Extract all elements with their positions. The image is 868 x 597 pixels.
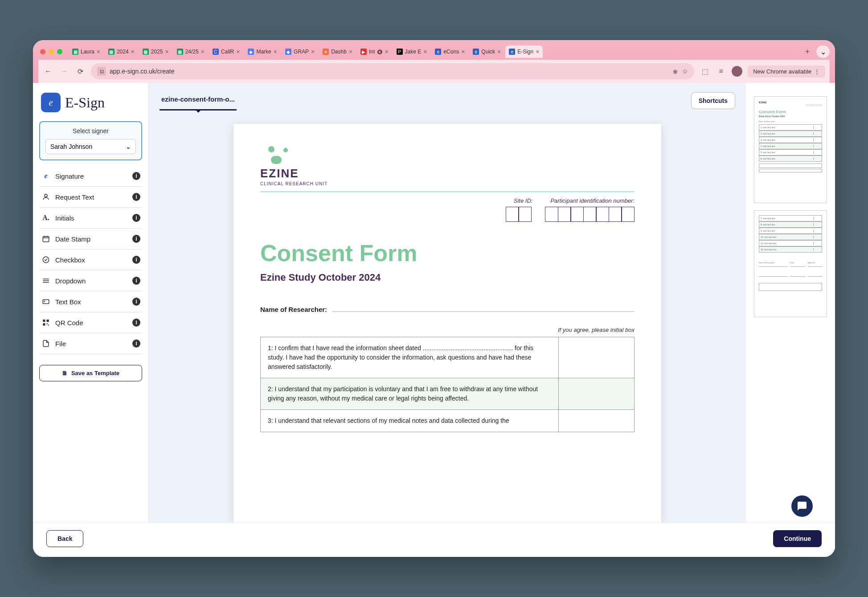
- url-bar[interactable]: ⊡ app.e-sign.co.uk/create ⊕ ☆: [91, 63, 694, 79]
- close-window-icon[interactable]: [40, 49, 45, 54]
- initial-box[interactable]: [559, 410, 635, 432]
- tabs-overflow-button[interactable]: ⌄: [816, 45, 830, 58]
- tool-checkbox[interactable]: Checkboxi: [39, 249, 142, 270]
- signer-panel: Select signer Sarah Johnson ⌄: [39, 121, 142, 160]
- info-icon[interactable]: i: [132, 235, 140, 243]
- browser-tab[interactable]: ▦2025×: [139, 45, 172, 58]
- close-tab-icon[interactable]: ×: [497, 48, 501, 55]
- researcher-row: Name of Researcher:: [260, 306, 635, 313]
- info-icon[interactable]: i: [132, 298, 140, 306]
- continue-button[interactable]: Continue: [773, 530, 822, 547]
- close-tab-icon[interactable]: ×: [165, 48, 168, 55]
- tool-qr-code[interactable]: QR Codei: [39, 312, 142, 333]
- back-button[interactable]: Back: [46, 530, 83, 547]
- tab-title: CallR: [221, 49, 234, 55]
- document-tabs: ezine-consent-form-o... Shortcuts: [149, 83, 746, 110]
- info-icon[interactable]: i: [132, 214, 140, 222]
- tab-title: Dashb: [331, 49, 347, 55]
- forward-button[interactable]: →: [59, 66, 70, 77]
- browser-tab[interactable]: ▦24/25×: [173, 45, 208, 58]
- svg-rect-5: [47, 319, 49, 322]
- close-tab-icon[interactable]: ×: [236, 48, 240, 55]
- close-tab-icon[interactable]: ×: [274, 48, 277, 55]
- minimize-window-icon[interactable]: [49, 49, 54, 54]
- tool-signature[interactable]: eSignaturei: [39, 166, 142, 187]
- info-icon[interactable]: i: [132, 277, 140, 285]
- extensions-icon[interactable]: ⬚: [700, 66, 710, 77]
- address-bar-row: ← → ⟳ ⊡ app.e-sign.co.uk/create ⊕ ☆ ⬚ ≡ …: [38, 60, 830, 83]
- text-box-icon: [41, 297, 51, 307]
- bookmark-icon[interactable]: ☆: [682, 68, 688, 75]
- close-tab-icon[interactable]: ×: [385, 48, 388, 55]
- favicon-icon: e: [473, 49, 479, 55]
- tool-label: Request Text: [55, 193, 128, 201]
- close-tab-icon[interactable]: ×: [97, 48, 100, 55]
- reload-button[interactable]: ⟳: [75, 66, 86, 77]
- tool-dropdown[interactable]: Dropdowni: [39, 270, 142, 291]
- favicon-icon: ▦: [177, 49, 183, 55]
- request-text-icon: [41, 192, 51, 202]
- initial-box[interactable]: [559, 337, 635, 378]
- browser-tab[interactable]: CCallR×: [209, 45, 244, 58]
- signer-select[interactable]: Sarah Johnson ⌄: [45, 139, 136, 154]
- tool-date-stamp[interactable]: Date Stampi: [39, 229, 142, 249]
- browser-tab[interactable]: eE-Sign×: [505, 45, 543, 58]
- close-tab-icon[interactable]: ×: [349, 48, 352, 55]
- svg-point-2: [43, 257, 49, 263]
- info-icon[interactable]: i: [132, 339, 140, 348]
- back-button[interactable]: ←: [43, 66, 53, 77]
- close-tab-icon[interactable]: ×: [536, 48, 539, 55]
- tool-file[interactable]: Filei: [39, 333, 142, 354]
- browser-tab[interactable]: ▦Laura×: [69, 45, 104, 58]
- browser-tab[interactable]: PJake E×: [393, 45, 431, 58]
- close-tab-icon[interactable]: ×: [423, 48, 427, 55]
- info-icon[interactable]: i: [132, 193, 140, 201]
- tool-list: eSignatureiRequest TextiA.InitialsiDate …: [39, 166, 142, 354]
- sidebar: e E-Sign Select signer Sarah Johnson ⌄ e…: [33, 83, 149, 523]
- canvas[interactable]: EZINE CLINICAL RESEARCH UNIT Site ID: Pa…: [149, 110, 746, 523]
- document-page[interactable]: EZINE CLINICAL RESEARCH UNIT Site ID: Pa…: [233, 124, 661, 523]
- browser-tab[interactable]: ≡Dashb×: [319, 45, 356, 58]
- browser-tab[interactable]: eeCons×: [431, 45, 468, 58]
- info-icon[interactable]: i: [132, 319, 140, 327]
- brand-mark-icon: e: [41, 93, 61, 112]
- translate-icon[interactable]: ⊕: [673, 68, 678, 75]
- checkbox-icon: [41, 255, 51, 265]
- site-info-icon[interactable]: ⊡: [97, 67, 106, 76]
- tab-title: eCons: [443, 49, 459, 55]
- help-chat-button[interactable]: [791, 495, 813, 517]
- tool-initials[interactable]: A.Initialsi: [39, 208, 142, 229]
- document-tab[interactable]: ezine-consent-form-o...: [160, 91, 237, 110]
- info-icon[interactable]: i: [132, 172, 140, 180]
- tab-title: Laura: [81, 49, 94, 55]
- initial-box[interactable]: [559, 378, 635, 410]
- browser-tab[interactable]: ◆GRAP×: [282, 45, 318, 58]
- browser-tab[interactable]: eQuick×: [469, 45, 504, 58]
- maximize-window-icon[interactable]: [57, 49, 62, 54]
- tool-request-text[interactable]: Request Texti: [39, 187, 142, 208]
- chat-icon: [797, 501, 807, 511]
- close-tab-icon[interactable]: ×: [311, 48, 315, 55]
- close-tab-icon[interactable]: ×: [201, 48, 205, 55]
- kebab-menu-icon[interactable]: ⋮: [814, 68, 820, 75]
- close-tab-icon[interactable]: ×: [131, 48, 135, 55]
- tool-text-box[interactable]: Text Boxi: [39, 291, 142, 312]
- tab-title: Quick: [481, 49, 495, 55]
- profile-avatar[interactable]: [732, 66, 742, 77]
- page-thumbnail-2[interactable]: 7: text text text 8: text text text 9: t…: [754, 210, 827, 317]
- new-tab-button[interactable]: +: [801, 45, 814, 58]
- shortcuts-button[interactable]: Shortcuts: [691, 92, 735, 109]
- brand-text: E-Sign: [65, 94, 105, 111]
- tab-title: Marke: [256, 49, 271, 55]
- chrome-update-button[interactable]: New Chrome available ⋮: [748, 65, 825, 78]
- close-tab-icon[interactable]: ×: [461, 48, 465, 55]
- info-icon[interactable]: i: [132, 256, 140, 264]
- favicon-icon: C: [213, 49, 219, 55]
- browser-tab[interactable]: ▦2024×: [105, 45, 138, 58]
- consent-row: 1: I confirm that I have read the inform…: [261, 337, 635, 378]
- page-thumbnail-1[interactable]: EZINE ▢▢ ▢▢▢▢▢▢▢ Consent Form Ezine Stud…: [754, 96, 827, 203]
- browser-tab[interactable]: ◆Marke×: [244, 45, 281, 58]
- save-as-template-button[interactable]: 🗎 Save as Template: [39, 365, 142, 381]
- reader-icon[interactable]: ≡: [716, 66, 726, 77]
- browser-tab[interactable]: ▶Int🔇×: [357, 45, 392, 58]
